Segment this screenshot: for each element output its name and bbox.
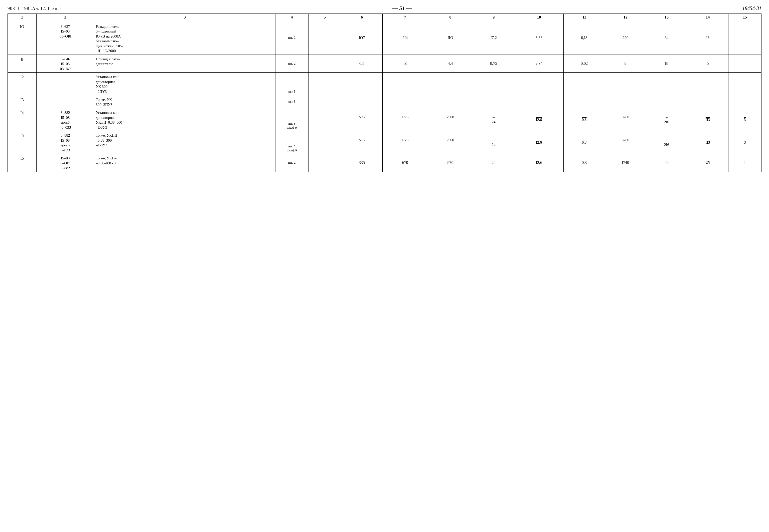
row-col7 bbox=[382, 73, 428, 95]
row-col6 bbox=[341, 73, 382, 95]
row-col9 bbox=[473, 95, 514, 108]
row-col6: IO7 bbox=[341, 21, 382, 55]
row-col5 bbox=[308, 131, 341, 154]
table-row: I2 – Установка кон– денсаторная УК 300– … bbox=[8, 73, 761, 95]
row-desc: Привод к разъ– единителю bbox=[94, 55, 275, 73]
row-col6: 575 – bbox=[341, 108, 382, 131]
row-col7: 670 bbox=[382, 154, 428, 172]
row-col14: 5 bbox=[687, 55, 728, 73]
row-col15: I bbox=[728, 154, 761, 172]
row-id: I4 bbox=[8, 108, 37, 131]
col-header-15: 15 bbox=[728, 14, 761, 21]
row-col10: I2,6 bbox=[514, 131, 564, 154]
col-header-11: 11 bbox=[564, 14, 605, 21]
row-col12: 9 bbox=[605, 55, 646, 73]
row-col10: I2,6 bbox=[514, 154, 564, 172]
row-col9: – 24 bbox=[473, 108, 514, 131]
row-col12: 220 bbox=[605, 21, 646, 55]
row-id: I6 bbox=[8, 154, 37, 172]
row-col6: 335 bbox=[341, 154, 382, 172]
row-col13: – 2I6 bbox=[646, 108, 687, 131]
row-col12 bbox=[605, 95, 646, 108]
row-col15: 3 bbox=[728, 131, 761, 154]
row-col15 bbox=[728, 95, 761, 108]
row-col15 bbox=[728, 73, 761, 95]
spacer-row bbox=[8, 172, 761, 192]
col-header-9: 9 bbox=[473, 14, 514, 21]
row-code: 8–882 I5–08 доп.6 · 6–033 bbox=[37, 108, 94, 131]
row-col5 bbox=[308, 55, 341, 73]
row-col14: I8 bbox=[687, 21, 728, 55]
row-col11: 0,02 bbox=[564, 55, 605, 73]
row-code: 8–637 I5–03 03–OI8 bbox=[37, 21, 94, 55]
row-col12: 8700 – bbox=[605, 131, 646, 154]
row-col12: 8700 – bbox=[605, 108, 646, 131]
row-col14 bbox=[687, 73, 728, 95]
row-col11 bbox=[564, 95, 605, 108]
row-col8: IIO bbox=[428, 21, 473, 55]
row-col7: I725 – bbox=[382, 131, 428, 154]
row-desc: Установка кон– денсаторная УКЛН–0,38–300… bbox=[94, 108, 275, 131]
row-col11: 0,3 bbox=[564, 131, 605, 154]
row-col9: I7,2 bbox=[473, 21, 514, 55]
row-code: 8–882 I5–08 доп.6 6–033 bbox=[37, 131, 94, 154]
row-col11 bbox=[564, 73, 605, 95]
doc-number: 903–I–198 .Ал. I2. I, кн. I bbox=[8, 6, 62, 11]
table-row: I4 8–882 I5–08 доп.6 · 6–033 Установка к… bbox=[8, 108, 761, 131]
row-col10 bbox=[514, 95, 564, 108]
table-row: I6 I5–08 6–OI7 8–882 То же, УКН– –0,38–I… bbox=[8, 154, 761, 172]
row-col8: 2900 – bbox=[428, 131, 473, 154]
header-row: 1 2 3 4 5 6 7 8 9 10 11 12 13 14 15 bbox=[8, 14, 761, 21]
table-row: I3 – То же, УК 300–2ПУ3 шт. I bbox=[8, 95, 761, 108]
row-col10: I2,6 bbox=[514, 108, 564, 131]
row-id: IO bbox=[8, 21, 37, 55]
row-desc: То же, УКН– –0,38–I08У3 bbox=[94, 154, 275, 172]
col-header-8: 8 bbox=[428, 14, 473, 21]
row-col15: – bbox=[728, 55, 761, 73]
row-desc: Разъединитель 3–полюсный IO кВ на 2000А … bbox=[94, 21, 275, 55]
row-col5 bbox=[308, 154, 341, 172]
row-unit: шт. I bbox=[275, 73, 308, 95]
row-col13 bbox=[646, 95, 687, 108]
col-header-1: 1 bbox=[8, 14, 37, 21]
row-col9 bbox=[473, 73, 514, 95]
row-col8 bbox=[428, 95, 473, 108]
row-col5 bbox=[308, 108, 341, 131]
row-col13: 34 bbox=[646, 21, 687, 55]
col-header-2: 2 bbox=[37, 14, 94, 21]
row-col10 bbox=[514, 73, 564, 95]
row-col11: 0,3 bbox=[564, 108, 605, 131]
row-col7 bbox=[382, 95, 428, 108]
main-table: 1 2 3 4 5 6 7 8 9 10 11 12 13 14 15 IO 8… bbox=[8, 14, 761, 192]
row-desc: Установка кон– денсаторная УК 300– –2ПУ3 bbox=[94, 73, 275, 95]
row-col13 bbox=[646, 73, 687, 95]
row-code: 8–646 I5–03 03–I49 bbox=[37, 55, 94, 73]
row-unit: шт. I bbox=[275, 95, 308, 108]
col-header-6: 6 bbox=[341, 14, 382, 21]
row-col12 bbox=[605, 73, 646, 95]
row-col13: I8 bbox=[646, 55, 687, 73]
row-col14 bbox=[687, 95, 728, 108]
row-id: II bbox=[8, 55, 37, 73]
row-col8: 870 bbox=[428, 154, 473, 172]
row-col14: II3 bbox=[687, 131, 728, 154]
row-col13: 48 bbox=[646, 154, 687, 172]
col-header-14: 14 bbox=[687, 14, 728, 21]
row-col7: I725 – bbox=[382, 108, 428, 131]
row-col6: 6,5 bbox=[341, 55, 382, 73]
row-col13: – 2I6 bbox=[646, 131, 687, 154]
row-code: – bbox=[37, 73, 94, 95]
table-row: II 8–646 I5–03 03–I49 Привод к разъ– еди… bbox=[8, 55, 761, 73]
row-col8 bbox=[428, 73, 473, 95]
row-col12: I740 bbox=[605, 154, 646, 172]
col-header-7: 7 bbox=[382, 14, 428, 21]
row-col6 bbox=[341, 95, 382, 108]
row-col9: 8,75 bbox=[473, 55, 514, 73]
row-col15: – bbox=[728, 21, 761, 55]
row-col14: 25 bbox=[687, 154, 728, 172]
page-number: — 51 — bbox=[393, 5, 412, 12]
table-row: IO 8–637 I5–03 03–OI8 Разъединитель 3–по… bbox=[8, 21, 761, 55]
row-code: I5–08 6–OI7 8–882 bbox=[37, 154, 94, 172]
table-row: I5 8–882 I5–08 доп.6 6–033 То же, УКПН– … bbox=[8, 131, 761, 154]
row-col10: 2,34 bbox=[514, 55, 564, 73]
